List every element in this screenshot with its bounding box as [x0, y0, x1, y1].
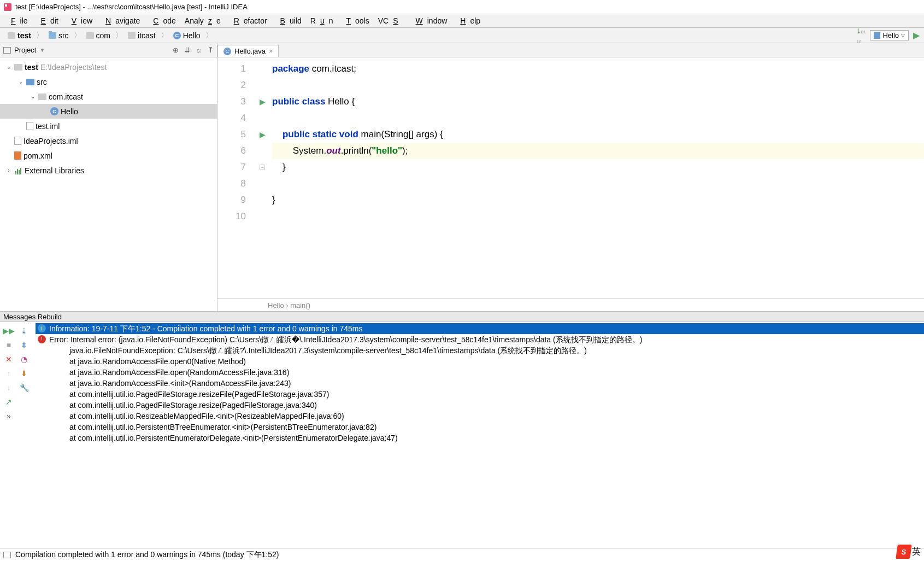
run-config-icon: [874, 32, 880, 39]
gutter-icons: ▶ ▶ −: [256, 57, 269, 299]
project-view-icon[interactable]: [3, 47, 11, 54]
stop-icon[interactable]: ■: [2, 338, 15, 352]
menu-navigate[interactable]: Navigate: [97, 15, 144, 26]
editor-tabs: C Hello.java ×: [217, 43, 924, 57]
messages-content[interactable]: i Information: 19-7-11 下午1:52 - Compilat…: [36, 322, 924, 445]
run-icon[interactable]: ▶: [913, 30, 920, 40]
code-area[interactable]: 12345678910 ▶ ▶ − package com.itcast; pu…: [217, 57, 924, 299]
down-icon[interactable]: ↓: [2, 381, 15, 394]
crumb-test[interactable]: test: [4, 30, 34, 41]
ime-indicator[interactable]: S 英: [897, 545, 921, 559]
export-icon[interactable]: ⬇: [17, 367, 31, 380]
close-icon[interactable]: ×: [269, 48, 273, 55]
tree-node-external-libraries[interactable]: › External Libraries: [0, 163, 217, 178]
titlebar: test [E:\IdeaProjects] - ...\test\src\co…: [0, 0, 924, 14]
code-lines[interactable]: package com.itcast; public class Hello {…: [269, 57, 924, 299]
project-tree[interactable]: ⌄ test E:\IdeaProjects\test⌄ src⌄ com.it…: [0, 57, 217, 180]
stack-trace-line[interactable]: at com.intellij.util.io.ResizeableMapped…: [36, 411, 924, 422]
chevron-down-icon: ▽: [901, 33, 905, 38]
window-title: test [E:\IdeaProjects] - ...\test\src\co…: [15, 3, 248, 11]
ime-icon: S: [896, 545, 912, 559]
tree-node-com-itcast[interactable]: ⌄ com.itcast: [0, 89, 217, 104]
editor-breadcrumb[interactable]: Hello › main(): [217, 299, 924, 311]
up-icon[interactable]: ↑: [2, 367, 15, 380]
menubar: File Edit View Navigate Code Analyze Ref…: [0, 14, 924, 28]
tool-windows-icon[interactable]: [3, 552, 11, 558]
stack-trace-line[interactable]: at com.intellij.util.io.PersistentEnumer…: [36, 433, 924, 443]
line-gutter: 12345678910: [217, 57, 256, 299]
menu-vcs[interactable]: VCS: [374, 15, 407, 26]
menu-analyze[interactable]: Analyze: [180, 15, 225, 26]
help-icon[interactable]: ↗: [2, 395, 15, 408]
locate-icon[interactable]: ⊕: [173, 46, 179, 54]
stack-trace-line[interactable]: at java.io.RandomAccessFile.open(RandomA…: [36, 367, 924, 378]
statusbar: Compilation completed with 1 error and 0…: [0, 548, 924, 561]
menu-file[interactable]: File: [2, 15, 32, 26]
tree-node-test-iml[interactable]: test.iml: [0, 119, 217, 133]
status-text: Compilation completed with 1 error and 0…: [15, 550, 279, 560]
stack-trace-line[interactable]: java.io.FileNotFoundException: C:\Users\…: [36, 345, 924, 356]
menu-help[interactable]: Help: [451, 15, 485, 26]
breadcrumbs: test〉 src〉 com〉 itcast〉 CHello〉: [4, 30, 214, 41]
app-icon: [3, 3, 12, 11]
crumb-src[interactable]: src: [45, 30, 72, 41]
tree-node-pom-xml[interactable]: pom.xml: [0, 148, 217, 163]
expand-icon[interactable]: ⇟: [17, 338, 31, 352]
gear-icon[interactable]: ☼: [196, 46, 202, 54]
filter-icon[interactable]: ◔: [17, 353, 31, 366]
java-class-icon: C: [223, 48, 231, 55]
editor: C Hello.java × 12345678910 ▶ ▶ − package…: [217, 43, 924, 311]
menu-build[interactable]: Build: [272, 15, 306, 26]
error-message[interactable]: ! Error: Internal error: (java.io.FileNo…: [36, 334, 924, 345]
tree-node-hello[interactable]: C Hello: [0, 104, 217, 119]
run-config-select[interactable]: Hello ▽: [870, 30, 909, 40]
navbar: test〉 src〉 com〉 itcast〉 CHello〉 ↓0110 He…: [0, 28, 924, 43]
messages-panel: ▶▶⇣ ■⇟ ✕◔ ↑⬇ ↓🔧 ↗ » i Information: 19-7-…: [0, 322, 924, 445]
tab-label: Hello.java: [234, 47, 266, 55]
messages-toolbar: ▶▶⇣ ■⇟ ✕◔ ↑⬇ ↓🔧 ↗ »: [0, 322, 36, 445]
rerun-icon[interactable]: ▶▶: [2, 324, 15, 337]
project-header: Project ▼ ⊕ ⇊ ☼ ⤒: [0, 43, 217, 57]
stack-trace-line[interactable]: at com.intellij.util.io.PagedFileStorage…: [36, 400, 924, 411]
run-class-icon[interactable]: ▶: [260, 94, 266, 110]
tree-node-test[interactable]: ⌄ test E:\IdeaProjects\test: [0, 60, 217, 74]
menu-code[interactable]: Code: [144, 15, 180, 26]
run-main-icon[interactable]: ▶: [260, 126, 266, 143]
crumb-hello[interactable]: CHello: [170, 30, 204, 41]
project-header-label: Project: [14, 46, 36, 54]
crumb-itcast[interactable]: itcast: [125, 30, 159, 41]
pin-icon[interactable]: ⇣: [17, 324, 31, 337]
fold-icon[interactable]: −: [260, 165, 265, 170]
menu-run[interactable]: Run: [306, 15, 338, 26]
more-icon[interactable]: »: [2, 410, 15, 423]
info-message[interactable]: i Information: 19-7-11 下午1:52 - Compilat…: [36, 323, 924, 334]
chevron-down-icon[interactable]: ▼: [39, 47, 45, 53]
project-tool-window: Project ▼ ⊕ ⇊ ☼ ⤒ ⌄ test E:\IdeaProjects…: [0, 43, 217, 311]
messages-header[interactable]: Messages Rebuild: [0, 311, 924, 322]
info-icon: i: [38, 324, 46, 332]
svg-rect-1: [5, 4, 7, 7]
ime-label: 英: [912, 546, 921, 558]
stack-trace-line[interactable]: at com.intellij.util.io.PersistentBTreeE…: [36, 422, 924, 433]
tab-hello-java[interactable]: C Hello.java ×: [217, 45, 279, 57]
menu-view[interactable]: View: [63, 15, 97, 26]
tree-node-src[interactable]: ⌄ src: [0, 74, 217, 89]
menu-tools[interactable]: Tools: [337, 15, 373, 26]
stack-trace-line[interactable]: at java.io.RandomAccessFile.open0(Native…: [36, 356, 924, 367]
hide-icon[interactable]: ⤒: [208, 46, 214, 54]
stack-trace-line[interactable]: at com.intellij.util.io.PagedFileStorage…: [36, 389, 924, 400]
settings-icon[interactable]: 🔧: [17, 381, 31, 394]
collapse-icon[interactable]: ⇊: [184, 46, 190, 54]
run-config-label: Hello: [882, 31, 899, 39]
stack-trace-line[interactable]: at java.io.RandomAccessFile.<init>(Rando…: [36, 378, 924, 389]
crumb-com[interactable]: com: [83, 30, 114, 41]
menu-edit[interactable]: Edit: [32, 15, 63, 26]
error-icon: !: [38, 335, 46, 343]
close-panel-icon[interactable]: ✕: [2, 353, 15, 366]
menu-refactor[interactable]: Refactor: [225, 15, 272, 26]
tree-node-ideaprojects-iml[interactable]: IdeaProjects.iml: [0, 133, 217, 148]
make-icon[interactable]: ↓0110: [856, 26, 866, 45]
menu-window[interactable]: Window: [407, 15, 452, 26]
